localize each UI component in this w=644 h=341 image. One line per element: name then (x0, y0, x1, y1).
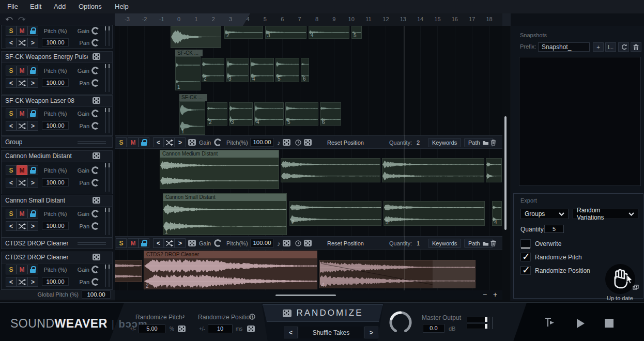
dice-icon[interactable] (93, 53, 100, 60)
track-volume-slider[interactable] (105, 163, 110, 192)
redo-icon[interactable] (18, 16, 26, 22)
refresh-snapshots-button[interactable] (618, 42, 629, 52)
next-take-button[interactable]: > (27, 121, 38, 131)
audio-clip[interactable]: 1 (179, 101, 205, 135)
group-next-take-button[interactable]: > (175, 137, 186, 147)
master-output-value[interactable]: 0.0 (423, 324, 444, 333)
audio-clip[interactable]: 3 (229, 102, 253, 126)
pan-knob[interactable] (91, 179, 99, 187)
solo-button[interactable]: S (6, 109, 17, 118)
gain-knob[interactable] (91, 27, 99, 35)
group-shuffle-button[interactable] (164, 137, 175, 147)
randomize-position-amount[interactable]: 10 (208, 324, 233, 333)
playhead[interactable] (405, 26, 405, 290)
dice-icon[interactable] (93, 152, 100, 159)
audio-clip[interactable]: 3 (384, 201, 485, 226)
audio-clip[interactable]: 3 (265, 26, 306, 39)
dice-icon[interactable] (188, 139, 196, 146)
audio-clip[interactable]: 4 (492, 201, 502, 226)
pitch-value[interactable]: 100.00 (42, 178, 69, 187)
track-name-row[interactable]: Cannon Medium Distant (2, 151, 112, 162)
reset-position-button[interactable]: Reset Position (327, 240, 364, 246)
solo-button[interactable]: S (6, 209, 17, 219)
dice-icon[interactable] (93, 97, 100, 104)
pitch-value[interactable]: 100.00 (42, 38, 69, 47)
audio-clip[interactable] (486, 158, 502, 182)
dice-icon[interactable] (188, 240, 196, 246)
lock-button[interactable] (27, 26, 38, 36)
menu-item-edit[interactable]: Edit (30, 0, 41, 13)
pan-knob[interactable] (91, 122, 99, 130)
next-take-button[interactable]: > (27, 221, 38, 231)
audio-clip[interactable] (115, 260, 142, 282)
pan-knob[interactable] (91, 278, 99, 286)
group-pitch-value[interactable]: 100.00 (250, 239, 274, 247)
next-take-button[interactable]: > (27, 78, 38, 88)
path-button[interactable]: Path (464, 239, 493, 248)
group-solo-button[interactable]: S (116, 137, 127, 147)
audio-clip[interactable]: 5 (351, 26, 362, 39)
shuffle-next-button[interactable]: > (364, 327, 378, 338)
prev-take-button[interactable]: < (6, 221, 17, 231)
menu-item-help[interactable]: Help (115, 0, 129, 13)
track-name-row[interactable]: SF-CK Weapon Laser 08 (2, 96, 112, 107)
audio-clip[interactable]: 2 (202, 58, 224, 82)
horizontal-scrollbar[interactable]: − + (115, 290, 502, 300)
group-mute-button[interactable]: M (128, 238, 139, 248)
shuffle-take-button[interactable] (17, 221, 27, 231)
audio-clip[interactable] (171, 26, 221, 48)
audio-clip[interactable]: 2 (289, 201, 381, 226)
dice-icon[interactable] (93, 254, 100, 260)
pitch-value[interactable]: 100.00 (42, 277, 69, 286)
menu-item-options[interactable]: Options (79, 0, 102, 13)
vertical-scrollbar[interactable] (504, 116, 507, 230)
audio-clip[interactable]: 5 (285, 102, 318, 126)
solo-button[interactable]: S (6, 165, 17, 175)
prev-take-button[interactable]: < (6, 121, 17, 131)
undo-icon[interactable] (5, 16, 13, 22)
zoom-out-button[interactable]: − (481, 291, 489, 299)
audio-clip[interactable]: 4 (319, 260, 476, 288)
stop-button[interactable] (605, 319, 614, 328)
lock-button[interactable] (27, 165, 38, 175)
dice-icon[interactable] (304, 240, 312, 246)
quantity-value[interactable]: 2 (417, 140, 420, 146)
group-shuffle-button[interactable] (164, 238, 175, 248)
lock-button[interactable] (27, 66, 38, 75)
group-volume-slider[interactable] (78, 242, 106, 245)
export-group-select[interactable]: Groups (520, 209, 569, 219)
group-mute-button[interactable]: M (128, 137, 139, 147)
snapshot-prefix-input[interactable]: Snapshot_ (538, 42, 590, 52)
pitch-value[interactable]: 100.00 (42, 222, 69, 230)
delete-snapshots-button[interactable] (631, 42, 641, 52)
export-mode-select[interactable]: Random Variations (573, 209, 638, 219)
group-solo-button[interactable]: S (116, 238, 127, 248)
audio-clip[interactable]: CTDS2 DROP Cleaner2 (144, 251, 317, 289)
group-lock-button[interactable] (139, 137, 149, 147)
shuffle-take-button[interactable] (17, 277, 27, 287)
lock-button[interactable] (27, 109, 38, 118)
track-name-row[interactable]: Cannon Small Distant (2, 195, 112, 207)
snapshot-list[interactable] (519, 57, 641, 186)
shuffle-mode-select[interactable]: Shuffle Takes (299, 327, 363, 338)
dice-icon[interactable] (93, 197, 100, 204)
dice-icon[interactable] (304, 139, 312, 146)
prev-take-button[interactable]: < (6, 277, 17, 287)
group-prev-take-button[interactable]: < (153, 238, 164, 248)
audio-clip[interactable]: 4 (254, 102, 284, 126)
checkbox-randomize-position[interactable] (520, 266, 531, 275)
shuffle-take-button[interactable] (17, 78, 27, 88)
menu-item-add[interactable]: Add (54, 0, 66, 13)
audio-clip[interactable] (281, 158, 380, 182)
track-volume-slider[interactable] (105, 208, 110, 235)
play-from-position-button[interactable] (544, 317, 557, 328)
audio-clip[interactable]: 3 (226, 58, 249, 82)
gain-knob[interactable] (91, 166, 99, 174)
pan-knob[interactable] (91, 39, 99, 47)
shuffle-prev-button[interactable]: < (284, 327, 298, 338)
group-header-3[interactable]: Group (1, 136, 113, 148)
audio-clip[interactable]: Cannon Small Distant1 (163, 193, 287, 235)
track-volume-slider[interactable] (105, 26, 110, 46)
group-delete-button[interactable] (490, 240, 496, 246)
reset-position-button[interactable]: Reset Position (327, 140, 364, 146)
